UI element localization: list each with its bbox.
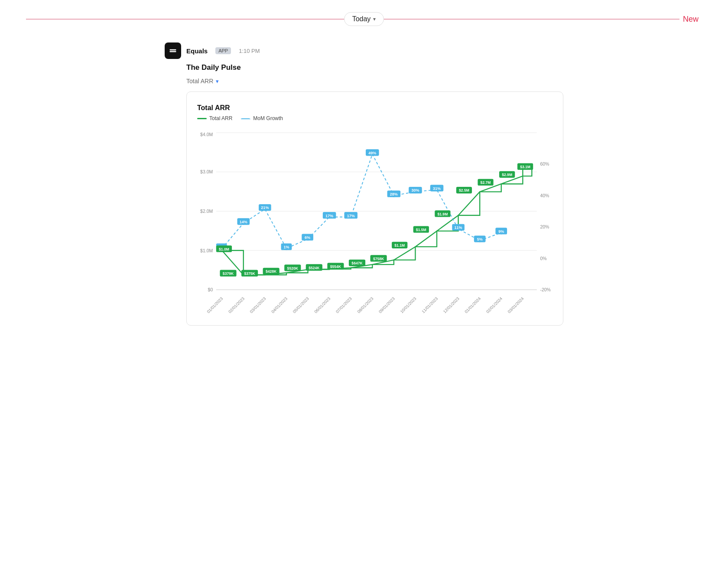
svg-text:28%: 28% (390, 192, 398, 196)
svg-text:09/01/2023: 09/01/2023 (378, 296, 396, 314)
svg-text:$2.7M: $2.7M (481, 180, 491, 185)
svg-text:10/01/2023: 10/01/2023 (399, 296, 417, 314)
svg-text:0%: 0% (540, 256, 546, 261)
svg-text:21%: 21% (261, 205, 269, 210)
svg-text:31%: 31% (433, 186, 441, 191)
message-container: Equals APP 1:10 PM The Daily Pulse Total… (147, 42, 581, 326)
chart-svg: $0 $1.0M $2.0M $3.0M $4.0M -20% 0% 20% 4… (197, 128, 552, 315)
svg-text:60%: 60% (540, 162, 549, 166)
total-arr-dropdown[interactable]: Total ARR ▾ (186, 78, 219, 85)
svg-text:$2.5M: $2.5M (459, 188, 469, 192)
svg-text:01/01/2024: 01/01/2024 (464, 296, 482, 314)
svg-text:$520K: $520K (287, 266, 299, 271)
svg-text:03/01/2023: 03/01/2023 (249, 296, 266, 314)
legend-line-blue (241, 118, 250, 119)
svg-text:$1.9M: $1.9M (437, 212, 448, 216)
svg-text:20%: 20% (540, 225, 549, 229)
chart-legend: Total ARR MoM Growth (197, 115, 552, 121)
svg-text:$1.0M: $1.0M (219, 247, 229, 251)
svg-text:04/01/2023: 04/01/2023 (270, 296, 288, 314)
svg-text:9%: 9% (498, 229, 504, 234)
svg-text:02/01/2023: 02/01/2023 (228, 296, 245, 314)
chart-title: Total ARR (197, 104, 552, 112)
svg-text:07/01/2023: 07/01/2023 (335, 296, 353, 314)
svg-text:02/01/2024: 02/01/2024 (485, 296, 504, 314)
chart-wrapper: $0 $1.0M $2.0M $3.0M $4.0M -20% 0% 20% 4… (197, 128, 552, 316)
svg-text:$0: $0 (208, 287, 213, 292)
svg-text:06/01/2023: 06/01/2023 (313, 296, 331, 314)
svg-text:03/01/2024: 03/01/2024 (507, 296, 525, 314)
sender-name: Equals (186, 47, 208, 55)
svg-text:11/01/2023: 11/01/2023 (421, 296, 439, 314)
svg-text:1%: 1% (283, 245, 289, 249)
svg-text:$1.1M: $1.1M (394, 243, 405, 248)
legend-total-arr-label: Total ARR (209, 115, 232, 121)
sender-row: Equals APP 1:10 PM (165, 42, 563, 59)
svg-text:5%: 5% (477, 237, 483, 241)
chevron-down-icon: ▾ (373, 16, 376, 22)
svg-text:$1.5M: $1.5M (416, 228, 426, 232)
svg-text:6%: 6% (305, 235, 310, 240)
dropdown-arrow-icon: ▾ (216, 78, 219, 85)
new-label: New (679, 15, 702, 24)
svg-text:$428K: $428K (266, 269, 277, 274)
legend-total-arr: Total ARR (197, 115, 232, 121)
mom-line (222, 154, 501, 248)
equals-icon (169, 46, 177, 55)
svg-text:30%: 30% (411, 188, 419, 192)
svg-text:$1.0M: $1.0M (200, 248, 213, 253)
svg-text:08/01/2023: 08/01/2023 (356, 296, 374, 314)
svg-text:$3.0M: $3.0M (200, 170, 213, 174)
legend-line-green (197, 118, 207, 119)
svg-text:$4.0M: $4.0M (200, 132, 213, 137)
svg-rect-1 (170, 51, 176, 52)
x-axis-labels: 01/01/2023 02/01/2023 03/01/2023 04/01/2… (206, 296, 525, 314)
svg-text:49%: 49% (368, 151, 376, 155)
message-title: The Daily Pulse (186, 63, 563, 72)
svg-rect-0 (170, 49, 176, 51)
svg-text:05/01/2023: 05/01/2023 (292, 296, 309, 314)
svg-text:11%: 11% (455, 225, 462, 230)
svg-text:$524K: $524K (309, 266, 320, 270)
svg-text:$375K: $375K (244, 271, 255, 276)
today-label: Today (352, 15, 371, 23)
svg-text:-20%: -20% (540, 287, 550, 292)
dropdown-label: Total ARR (186, 78, 213, 85)
legend-mom-growth: MoM Growth (241, 115, 283, 121)
svg-text:$379K: $379K (223, 271, 234, 276)
svg-text:$554K: $554K (330, 264, 341, 269)
svg-text:$758K: $758K (373, 257, 384, 261)
svg-text:14%: 14% (240, 220, 247, 224)
svg-text:$2.0M: $2.0M (200, 209, 213, 214)
svg-text:$647K: $647K (351, 261, 363, 265)
svg-text:40%: 40% (540, 193, 549, 198)
chart-card: Total ARR Total ARR MoM Growth $0 $1.0M … (186, 91, 563, 326)
svg-text:17%: 17% (325, 214, 333, 218)
svg-text:17%: 17% (347, 214, 355, 218)
svg-text:$2.9M: $2.9M (502, 173, 512, 177)
sender-badge: APP (215, 47, 231, 54)
svg-text:12/01/2023: 12/01/2023 (442, 296, 460, 314)
legend-mom-growth-label: MoM Growth (253, 115, 283, 121)
sender-icon (165, 42, 181, 59)
svg-text:$3.1M: $3.1M (520, 165, 530, 169)
top-bar: Today ▾ New (0, 0, 728, 38)
sender-time: 1:10 PM (239, 48, 260, 54)
today-pill[interactable]: Today ▾ (344, 12, 384, 26)
svg-text:01/01/2023: 01/01/2023 (206, 296, 224, 314)
